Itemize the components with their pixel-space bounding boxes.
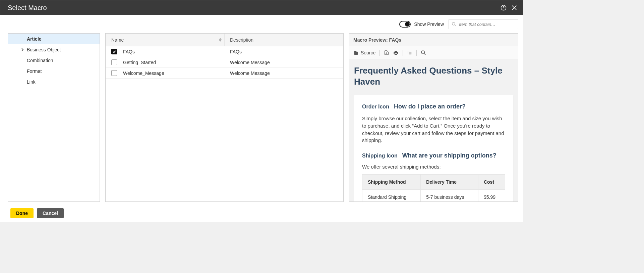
column-headers: Name Description	[106, 34, 343, 46]
done-button[interactable]: Done	[10, 208, 34, 218]
table-header: Cost	[478, 175, 505, 190]
svg-point-3	[386, 52, 387, 53]
print-icon[interactable]	[393, 50, 399, 55]
help-icon[interactable]	[500, 4, 508, 12]
show-preview-label: Show Preview	[414, 21, 444, 27]
row-checkbox[interactable]	[111, 59, 117, 65]
row-description: Welcome Message	[225, 71, 343, 76]
row-description: Welcome Message	[225, 60, 343, 65]
tree-item-label: Link	[27, 79, 36, 85]
tree-item-format[interactable]: Format	[8, 66, 100, 77]
toggle-knob	[405, 22, 410, 27]
preview-title: Frequently Asked Questions – Style Haven	[354, 65, 513, 87]
preview-toolbar: Source	[349, 46, 518, 59]
table-header: Delivery Time	[421, 175, 478, 190]
select-macro-dialog: Select Macro Show Preview Article	[0, 0, 523, 222]
toolbar-separator	[379, 50, 380, 56]
column-name-label: Name	[111, 37, 124, 43]
search-icon	[452, 22, 456, 27]
table-cell: Standard Shipping	[362, 190, 421, 202]
column-description-label: Description	[230, 37, 253, 43]
faq-question: How do I place an order?	[394, 103, 466, 110]
faq-card: Order Icon How do I place an order? Simp…	[354, 95, 513, 201]
source-label: Source	[361, 50, 375, 55]
show-preview-toggle[interactable]	[399, 21, 411, 28]
shipping-icon: Shipping Icon	[362, 153, 398, 159]
tree-item-combination[interactable]: Combination	[8, 55, 100, 66]
row-name: Getting_Started	[123, 60, 225, 65]
category-tree: Article Business Object Combination Form…	[8, 33, 100, 202]
toolbar-separator	[403, 50, 403, 56]
shipping-table: Shipping Method Delivery Time Cost Stand…	[362, 174, 505, 201]
preview-icon[interactable]	[384, 50, 389, 55]
copy-icon	[407, 50, 412, 55]
body-row: Article Business Object Combination Form…	[0, 33, 523, 202]
show-preview-toggle-wrap: Show Preview	[399, 21, 444, 28]
toolbar-separator	[416, 50, 417, 56]
faq-question: What are your shipping options?	[402, 152, 496, 159]
zoom-icon[interactable]	[421, 50, 426, 55]
list-row[interactable]: Welcome_Message Welcome Message	[106, 68, 343, 79]
faq-intro: We offer several shipping methods:	[362, 164, 505, 170]
search-box[interactable]	[449, 19, 518, 29]
search-input[interactable]	[459, 22, 515, 27]
row-name: FAQs	[123, 49, 225, 54]
dialog-title: Select Macro	[8, 4, 497, 12]
macro-preview-panel: Macro Preview: FAQs Source	[349, 33, 518, 202]
faq-question-row: Shipping Icon What are your shipping opt…	[362, 152, 505, 159]
tree-item-label: Article	[27, 36, 42, 42]
row-checkbox[interactable]	[111, 70, 117, 76]
table-header-row: Shipping Method Delivery Time Cost	[362, 175, 505, 190]
column-name[interactable]: Name	[106, 34, 225, 46]
list-row[interactable]: Getting_Started Welcome Message	[106, 57, 343, 68]
cancel-button[interactable]: Cancel	[37, 208, 64, 218]
svg-rect-4	[409, 52, 412, 54]
list-row[interactable]: FAQs FAQs	[106, 46, 343, 57]
svg-point-1	[503, 9, 504, 9]
faq-answer: Simply browse our collection, select the…	[362, 115, 505, 144]
row-description: FAQs	[225, 49, 343, 54]
row-name: Welcome_Message	[123, 71, 225, 76]
table-cell: 5-7 business days	[421, 190, 478, 202]
tree-item-label: Business Object	[27, 47, 61, 52]
tree-item-label: Combination	[27, 58, 53, 63]
dialog-header: Select Macro	[0, 0, 523, 15]
tree-item-link[interactable]: Link	[8, 77, 100, 87]
preview-header: Macro Preview: FAQs	[349, 34, 518, 46]
dialog-footer: Done Cancel	[0, 204, 523, 222]
faq-question-row: Order Icon How do I place an order?	[362, 103, 505, 110]
table-header: Shipping Method	[362, 175, 421, 190]
chevron-right-icon	[20, 47, 25, 52]
preview-body[interactable]: Frequently Asked Questions – Style Haven…	[349, 59, 518, 201]
sort-icon	[219, 38, 222, 42]
source-button[interactable]: Source	[353, 50, 375, 55]
column-description[interactable]: Description	[225, 34, 343, 46]
table-row: Standard Shipping 5-7 business days $5.9…	[362, 190, 505, 202]
close-icon[interactable]	[510, 4, 518, 12]
table-cell: $5.99	[478, 190, 505, 202]
tree-item-business-object[interactable]: Business Object	[8, 44, 100, 55]
macro-list: Name Description FAQs FAQs	[105, 33, 344, 202]
tree-item-label: Format	[27, 69, 42, 74]
tree-item-article[interactable]: Article	[8, 34, 100, 44]
preview-header-label: Macro Preview: FAQs	[353, 37, 401, 43]
order-icon: Order Icon	[362, 104, 389, 110]
topbar: Show Preview	[0, 15, 523, 33]
row-checkbox[interactable]	[111, 49, 117, 54]
